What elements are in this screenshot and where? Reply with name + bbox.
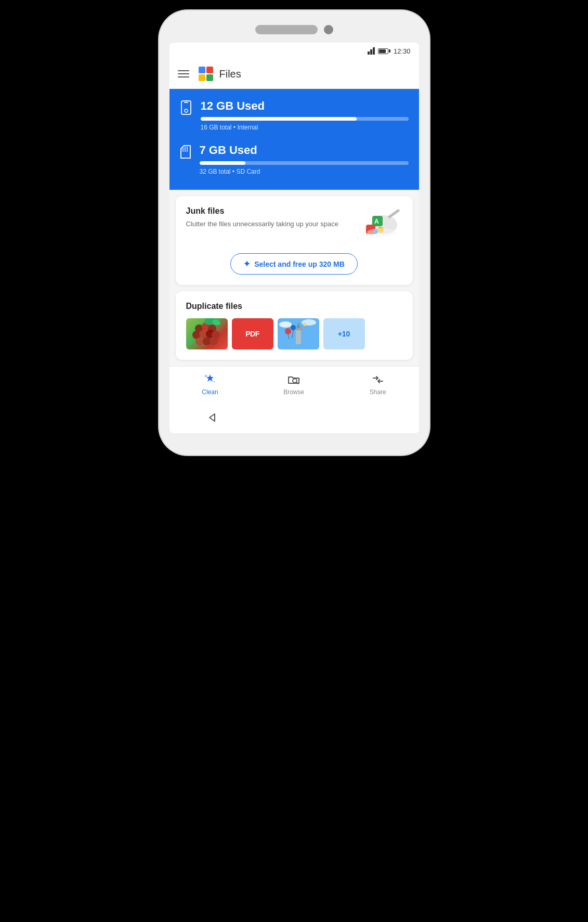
internal-storage-info: 16 GB total • Internal bbox=[201, 124, 409, 131]
svg-marker-48 bbox=[210, 414, 215, 421]
thumb-grapes bbox=[186, 318, 228, 349]
sdcard-storage-bar bbox=[200, 161, 409, 165]
recents-button[interactable] bbox=[370, 410, 385, 425]
bottom-nav: Clean Browse bbox=[169, 366, 419, 404]
svg-rect-7 bbox=[206, 74, 213, 81]
svg-point-29 bbox=[195, 337, 204, 345]
junk-illustration: A bbox=[361, 206, 402, 243]
internal-storage-item: 12 GB Used 16 GB total • Internal bbox=[180, 99, 409, 131]
junk-card-description: Clutter the files unnecessarily taking u… bbox=[186, 219, 361, 229]
svg-rect-5 bbox=[206, 67, 213, 73]
android-nav bbox=[169, 404, 419, 433]
junk-files-card: Junk files Clutter the files unnecessari… bbox=[176, 196, 413, 285]
svg-point-10 bbox=[185, 109, 188, 112]
hamburger-icon[interactable] bbox=[178, 70, 189, 77]
status-icons: 12:30 bbox=[368, 47, 411, 55]
clean-nav-icon bbox=[203, 373, 217, 386]
home-button[interactable] bbox=[287, 410, 302, 425]
signal-icon bbox=[368, 47, 375, 55]
internal-storage-fill bbox=[201, 117, 357, 121]
sdcard-storage-used: 7 GB Used bbox=[200, 144, 409, 157]
more-count-label: +10 bbox=[338, 330, 350, 338]
sdcard-storage-info: 32 GB total • SD Card bbox=[200, 168, 409, 175]
junk-card-title: Junk files bbox=[186, 206, 361, 216]
cards-container: Junk files Clutter the files unnecessari… bbox=[169, 190, 419, 366]
browse-nav-label: Browse bbox=[283, 388, 304, 396]
nav-item-share[interactable]: Share bbox=[359, 371, 397, 398]
internal-storage-details: 12 GB Used 16 GB total • Internal bbox=[201, 99, 409, 131]
phone-screen: 12:30 File bbox=[169, 43, 419, 433]
app-header: Files bbox=[169, 59, 419, 89]
app-title: Files bbox=[219, 68, 241, 80]
phone-bottom bbox=[169, 433, 419, 445]
status-bar: 12:30 bbox=[169, 43, 419, 59]
svg-marker-0 bbox=[368, 51, 370, 55]
svg-point-43 bbox=[291, 325, 296, 330]
svg-rect-37 bbox=[296, 329, 301, 344]
nav-item-clean[interactable]: Clean bbox=[191, 371, 228, 398]
phone-speaker bbox=[255, 25, 318, 34]
thumb-pdf: PDF bbox=[232, 318, 273, 349]
share-nav-icon bbox=[371, 373, 385, 386]
internal-storage-bar bbox=[201, 117, 409, 121]
internal-storage-used: 12 GB Used bbox=[201, 99, 409, 113]
duplicate-files-card: Duplicate files bbox=[176, 291, 413, 360]
junk-card-header: Junk files Clutter the files unnecessari… bbox=[186, 206, 402, 243]
sdcard-storage-fill bbox=[200, 161, 245, 165]
phone-camera bbox=[324, 25, 333, 34]
thumb-sky bbox=[278, 318, 319, 349]
svg-rect-4 bbox=[199, 67, 205, 73]
sdcard-storage-icon bbox=[180, 145, 191, 161]
back-button[interactable] bbox=[204, 410, 218, 425]
duplicate-thumbnails: PDF bbox=[186, 318, 402, 349]
storage-section: 12 GB Used 16 GB total • Internal bbox=[169, 89, 419, 190]
svg-text:A: A bbox=[374, 218, 379, 225]
battery-icon bbox=[378, 48, 390, 54]
sdcard-storage-item: 7 GB Used 32 GB total • SD Card bbox=[180, 144, 409, 175]
junk-card-text: Junk files Clutter the files unnecessari… bbox=[186, 206, 361, 229]
svg-point-41 bbox=[303, 323, 306, 326]
action-button-label: Select and free up 320 MB bbox=[254, 260, 345, 268]
sparkle-icon: ✦ bbox=[243, 259, 250, 269]
free-up-button[interactable]: ✦ Select and free up 320 MB bbox=[230, 253, 358, 275]
pdf-label: PDF bbox=[245, 330, 259, 338]
phone-top-bar bbox=[169, 21, 419, 43]
duplicate-card-title: Duplicate files bbox=[186, 302, 402, 311]
svg-rect-9 bbox=[184, 102, 188, 103]
files-app-icon bbox=[198, 66, 214, 82]
app-logo: Files bbox=[198, 66, 241, 82]
svg-point-31 bbox=[210, 337, 218, 345]
browse-nav-icon bbox=[287, 373, 300, 386]
junk-card-action: ✦ Select and free up 320 MB bbox=[186, 253, 402, 275]
svg-point-42 bbox=[285, 328, 291, 334]
sdcard-storage-details: 7 GB Used 32 GB total • SD Card bbox=[200, 144, 409, 175]
share-nav-label: Share bbox=[370, 388, 386, 396]
svg-marker-2 bbox=[373, 47, 375, 55]
svg-marker-1 bbox=[370, 49, 372, 55]
phone-storage-icon bbox=[180, 100, 192, 117]
thumb-more[interactable]: +10 bbox=[323, 318, 365, 349]
svg-rect-6 bbox=[199, 74, 205, 81]
nav-item-browse[interactable]: Browse bbox=[273, 371, 315, 398]
clean-nav-label: Clean bbox=[202, 388, 218, 396]
svg-line-15 bbox=[389, 211, 398, 217]
svg-point-35 bbox=[279, 321, 292, 328]
status-time: 12:30 bbox=[394, 47, 411, 55]
svg-point-21 bbox=[367, 228, 396, 237]
